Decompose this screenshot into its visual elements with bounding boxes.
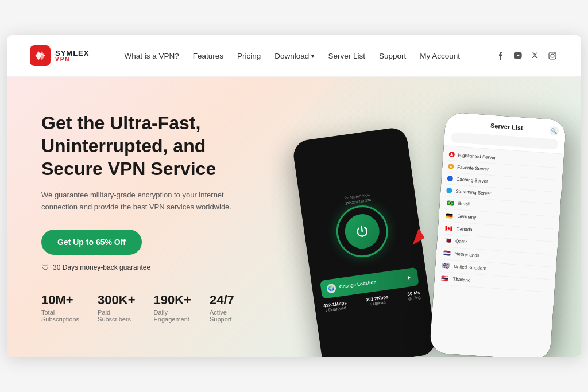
stats-row: 10M+ Total Subscriptions 300K+ Paid Subs… bbox=[41, 293, 237, 323]
navbar: SYMLEX VPN What is a VPN? Features Prici… bbox=[7, 35, 581, 77]
hero-section: Get the Ultra-Fast, Uninterrupted, and S… bbox=[7, 77, 581, 357]
arrow-right-icon bbox=[406, 274, 412, 280]
logo-text: SYMLEX VPN bbox=[55, 49, 89, 63]
stat-paid: 300K+ Paid Subscribers bbox=[98, 293, 135, 323]
stat-daily: 190K+ Daily Engagement bbox=[154, 293, 191, 323]
phone-notch bbox=[452, 123, 463, 126]
nav-item-features[interactable]: Features bbox=[193, 51, 223, 61]
twitter-x-icon[interactable] bbox=[529, 50, 541, 61]
server-brazil-flag: 🇧🇷 bbox=[446, 199, 455, 206]
nav-item-support[interactable]: Support bbox=[379, 51, 406, 61]
stat-paid-number: 300K+ bbox=[98, 293, 135, 308]
phones-container: Protected Now 212.369.222.238 🌍 Change L… bbox=[288, 93, 564, 357]
phone-screen-title: Server List bbox=[490, 122, 524, 131]
server-uk-flag: 🇬🇧 bbox=[441, 262, 451, 269]
stat-support: 24/7 Active Support bbox=[210, 293, 237, 323]
hero-title: Get the Ultra-Fast, Uninterrupted, and S… bbox=[41, 111, 237, 180]
svg-point-3 bbox=[554, 53, 555, 54]
nav-item-download[interactable]: Download ▾ bbox=[274, 52, 314, 60]
nav-item-what-is-vpn[interactable]: What is a VPN? bbox=[124, 51, 179, 61]
stat-daily-number: 190K+ bbox=[154, 293, 191, 308]
ping: 30 Ms ◎ Ping bbox=[407, 289, 421, 301]
svg-point-2 bbox=[551, 54, 554, 57]
stat-subscriptions: 10M+ Total Subscriptions bbox=[41, 293, 79, 323]
phone-front: Server List 🔍 Highlighted Server ★ Favor… bbox=[430, 112, 567, 357]
location-flag: 🌍 bbox=[326, 283, 336, 293]
ping-label: ◎ Ping bbox=[408, 294, 421, 301]
server-thailand-flag: 🇹🇭 bbox=[440, 275, 450, 282]
stat-support-number: 24/7 bbox=[210, 293, 237, 308]
cta-button[interactable]: Get Up to 65% Off bbox=[41, 230, 142, 255]
guarantee-badge: 🛡 30 Days money-back guarantee bbox=[41, 263, 237, 272]
server-streaming-icon bbox=[446, 187, 452, 193]
server-netherlands-flag: 🇳🇱 bbox=[442, 250, 451, 257]
server-list: Highlighted Server ★ Favorite Server Cac… bbox=[434, 146, 564, 295]
upload-speed: 903.2Kbps ↑ Upload bbox=[365, 294, 389, 306]
symlex-logo-icon bbox=[30, 45, 51, 66]
youtube-icon[interactable] bbox=[512, 50, 524, 61]
svg-marker-4 bbox=[450, 153, 454, 156]
server-canada-flag: 🇨🇦 bbox=[443, 224, 453, 231]
nav-item-server-list[interactable]: Server List bbox=[328, 51, 365, 61]
logo-sub: VPN bbox=[55, 57, 89, 63]
social-icons bbox=[495, 50, 558, 61]
stat-subscriptions-label: Total Subscriptions bbox=[41, 309, 79, 323]
change-location-text: Change Location bbox=[339, 275, 403, 289]
facebook-icon[interactable] bbox=[495, 50, 506, 61]
server-highlighted-icon bbox=[448, 152, 455, 158]
stat-support-label: Active Support bbox=[210, 309, 237, 323]
phone-front-screen: Server List 🔍 Highlighted Server ★ Favor… bbox=[430, 112, 567, 357]
nav-item-my-account[interactable]: My Account bbox=[420, 51, 460, 61]
svg-rect-1 bbox=[549, 52, 556, 59]
stat-daily-label: Daily Engagement bbox=[154, 309, 191, 323]
nav-item-pricing[interactable]: Pricing bbox=[237, 51, 261, 61]
server-favorite-icon: ★ bbox=[448, 163, 454, 169]
download-speed: 412.1Mbps ↓ Download bbox=[323, 300, 348, 313]
download-chevron-icon: ▾ bbox=[311, 53, 314, 59]
browser-frame: SYMLEX VPN What is a VPN? Features Prici… bbox=[7, 35, 581, 357]
guarantee-text: 30 Days money-back guarantee bbox=[53, 263, 150, 271]
logo-brand: SYMLEX bbox=[55, 49, 89, 57]
hero-subtitle: We guarantee military-grade encryption t… bbox=[41, 189, 237, 214]
stat-subscriptions-number: 10M+ bbox=[41, 293, 79, 308]
instagram-icon[interactable] bbox=[547, 50, 558, 61]
stat-paid-label: Paid Subscribers bbox=[98, 309, 135, 323]
vpn-power-button[interactable] bbox=[343, 212, 382, 251]
logo-area[interactable]: SYMLEX VPN bbox=[30, 45, 89, 66]
shield-icon: 🛡 bbox=[41, 263, 49, 272]
server-caching-icon bbox=[447, 175, 454, 181]
hero-content: Get the Ultra-Fast, Uninterrupted, and S… bbox=[7, 77, 271, 357]
search-icon[interactable]: 🔍 bbox=[550, 126, 559, 136]
vpn-power-ring bbox=[333, 202, 392, 261]
nav-links: What is a VPN? Features Pricing Download… bbox=[124, 51, 460, 61]
server-qatar-flag: 🇶🇦 bbox=[443, 237, 452, 244]
server-germany-flag: 🇩🇪 bbox=[444, 212, 454, 219]
